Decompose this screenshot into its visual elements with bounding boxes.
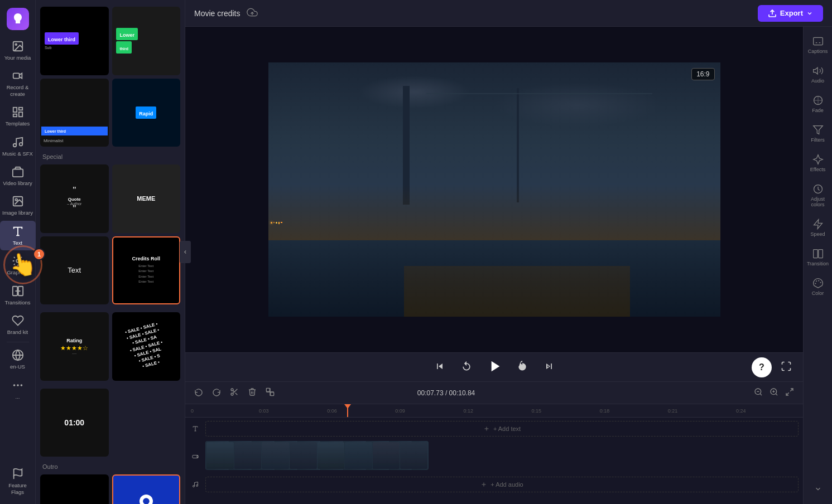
undo-button[interactable] xyxy=(192,385,205,400)
svg-point-54 xyxy=(820,282,821,283)
sidebar-item-video-library[interactable]: Video library xyxy=(0,161,36,191)
template-card-mirror-intro[interactable]: Mirror Intro xyxy=(40,474,109,504)
template-card-funky-intro[interactable]: Funky Intro xyxy=(112,474,181,504)
color-label: Color xyxy=(812,290,824,296)
transition-label: Transition xyxy=(807,261,829,266)
svg-rect-3 xyxy=(13,108,16,112)
right-panel-item-effects[interactable]: Effects xyxy=(804,149,832,177)
credits-roll-lines: Enter TextEnter TextEnter TextEnter Text xyxy=(132,264,160,285)
rating-sub: ---- xyxy=(60,352,88,355)
fast-forward-button[interactable] xyxy=(514,358,530,376)
svg-point-17 xyxy=(21,385,22,386)
playhead[interactable] xyxy=(347,404,348,417)
speed-label: Speed xyxy=(810,231,825,237)
rewind-button[interactable] xyxy=(459,358,474,376)
panel-collapse-button[interactable] xyxy=(180,241,191,263)
export-button[interactable]: Export xyxy=(758,5,823,22)
zoom-in-button[interactable] xyxy=(767,385,781,400)
right-panel-item-audio[interactable]: Audio xyxy=(804,61,832,88)
template-card-lower-third-1[interactable]: Lower third Sub xyxy=(40,7,109,75)
expand-timeline-button[interactable] xyxy=(783,385,796,400)
svg-rect-6 xyxy=(13,114,16,117)
svg-point-8 xyxy=(19,142,22,145)
zoom-out-button[interactable] xyxy=(752,385,765,400)
template-card-quote-author[interactable]: " Quote – Author " xyxy=(40,164,109,233)
ruler-mark-12: 0:12 xyxy=(462,408,530,414)
play-button[interactable] xyxy=(485,357,503,377)
svg-point-11 xyxy=(15,199,17,201)
sidebar-item-label-flags: Feature Flags xyxy=(2,482,33,495)
template-card-sale[interactable]: • SALE • SALE • • SALE • SALE • • SALE •… xyxy=(112,312,181,381)
svg-rect-2 xyxy=(13,74,19,79)
sidebar-item-label-templates: Templates xyxy=(6,120,30,127)
template-card-lower-third-3[interactable]: Lower third Minimalist xyxy=(40,79,109,147)
ruler-mark-18: 0:18 xyxy=(599,408,667,414)
ruler-mark-21: 0:21 xyxy=(667,408,735,414)
rating-stars: ★★★★☆ xyxy=(60,345,88,352)
template-card-timer[interactable]: 01:00 xyxy=(40,389,109,457)
sidebar-item-music[interactable]: Music & SFX xyxy=(0,132,36,161)
template-card-text[interactable]: Text xyxy=(40,236,109,305)
right-panel-item-transition[interactable]: Transition xyxy=(804,244,832,271)
svg-rect-9 xyxy=(12,169,22,177)
sidebar-item-brand-kit[interactable]: Brand kit xyxy=(0,310,36,340)
right-panel-item-captions[interactable]: Captions xyxy=(804,31,832,59)
sidebar-item-image-library[interactable]: Image library xyxy=(0,191,36,220)
sidebar-item-transitions[interactable]: Transitions xyxy=(0,280,36,310)
skip-to-end-button[interactable] xyxy=(541,358,557,376)
template-card-rapid[interactable]: Rapid xyxy=(112,79,181,147)
timeline-area: 00:07.73 / 00:10.84 xyxy=(185,381,803,504)
sidebar-item-text[interactable]: Text xyxy=(0,221,36,250)
sidebar-item-record-create[interactable]: Record & create xyxy=(0,65,36,101)
right-panel-item-filters[interactable]: Filters xyxy=(804,120,832,147)
svg-point-20 xyxy=(143,498,150,504)
template-card-rating[interactable]: Rating ★★★★☆ ---- xyxy=(40,312,109,381)
sidebar-item-your-media[interactable]: Your media xyxy=(0,36,36,65)
right-panel-item-fade[interactable]: Fade xyxy=(804,90,832,118)
video-area: 16:9 xyxy=(185,27,803,352)
ruler-mark-9: 0:09 xyxy=(394,408,462,414)
svg-rect-46 xyxy=(813,37,823,45)
sidebar-item-label-video: Video library xyxy=(3,180,32,186)
redo-button[interactable] xyxy=(210,385,223,400)
skip-to-start-button[interactable] xyxy=(432,358,448,376)
templates-panel: Lower third Sub Lower third Lower third … xyxy=(36,0,185,504)
ruler-mark-6: 0:06 xyxy=(326,408,394,414)
export-label: Export xyxy=(780,9,803,17)
right-panel-item-color[interactable]: Color xyxy=(804,273,832,301)
sidebar-item-graphics[interactable]: Graphics xyxy=(0,250,36,280)
svg-point-16 xyxy=(17,385,18,386)
video-track-row xyxy=(185,440,803,473)
add-audio-track[interactable]: + Add audio xyxy=(205,477,799,492)
top-bar: Movie credits Export xyxy=(185,0,832,27)
svg-point-7 xyxy=(13,143,16,147)
svg-point-55 xyxy=(816,281,816,282)
template-card-lower-third-2[interactable]: Lower third xyxy=(112,7,181,75)
add-text-track[interactable]: + Add text xyxy=(205,421,799,437)
sidebar-item-lang[interactable]: en-US xyxy=(0,345,36,374)
timer-text: 01:00 xyxy=(64,418,84,427)
sidebar-item-label-music: Music & SFX xyxy=(2,151,33,157)
playhead-triangle xyxy=(344,404,351,409)
time-separator: / xyxy=(445,389,449,397)
sidebar-item-label-graphics: Graphics xyxy=(7,269,28,275)
delete-button[interactable] xyxy=(246,385,259,400)
time-display: 00:07.73 / 00:10.84 xyxy=(417,389,475,397)
template-card-meme[interactable]: Meme xyxy=(112,164,181,233)
sidebar-item-templates[interactable]: Templates xyxy=(0,101,36,131)
help-button[interactable]: ? xyxy=(752,357,772,377)
split-button[interactable] xyxy=(263,385,277,400)
text-track-row: + Add text xyxy=(185,418,803,440)
fullscreen-button[interactable] xyxy=(778,358,794,376)
panel-wrapper: 16:9 ? xyxy=(185,27,832,504)
sidebar-item-more[interactable]: ... xyxy=(0,375,36,404)
right-panel-item-adjust-colors[interactable]: Adjust colors xyxy=(804,179,832,212)
template-card-credits-roll[interactable]: Credits Roll Enter TextEnter TextEnter T… xyxy=(112,236,181,305)
right-panel-item-speed[interactable]: Speed xyxy=(804,214,832,241)
total-time: 00:10.84 xyxy=(449,389,475,397)
sidebar-item-feature-flags[interactable]: Feature Flags xyxy=(0,463,36,500)
effects-label: Effects xyxy=(810,167,825,172)
project-title: Movie credits xyxy=(194,9,240,18)
cut-button[interactable] xyxy=(228,385,241,400)
right-panel-collapse-button[interactable] xyxy=(810,481,826,500)
